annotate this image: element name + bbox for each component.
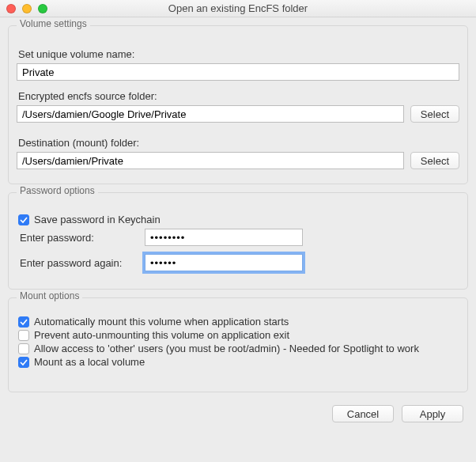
source-select-button[interactable]: Select: [410, 105, 459, 123]
mount-options-label: Mount options: [17, 290, 82, 301]
enter-password-label: Enter password:: [20, 232, 138, 244]
dest-select-button[interactable]: Select: [410, 152, 459, 169]
check-icon: [20, 358, 28, 366]
cancel-button[interactable]: Cancel: [332, 405, 394, 422]
check-icon: [20, 318, 28, 326]
minimize-icon[interactable]: [22, 4, 32, 13]
dest-folder-input[interactable]: [17, 152, 404, 169]
local-volume-label: Mount as a local volume: [34, 356, 145, 368]
source-folder-input[interactable]: [17, 105, 404, 123]
enter-password-again-label: Enter password again:: [20, 257, 138, 269]
allow-other-checkbox[interactable]: [18, 343, 29, 354]
auto-mount-label: Automatically mount this volume when app…: [34, 316, 289, 328]
prevent-unmount-checkbox[interactable]: [18, 330, 29, 341]
dest-folder-label: Destination (mount) folder:: [18, 137, 459, 149]
source-folder-label: Encrypted encfs source folder:: [18, 90, 459, 102]
window-title: Open an existing EncFS folder: [0, 2, 476, 14]
dialog-footer: Cancel Apply: [0, 392, 476, 422]
volume-settings-group: Volume settings Set unique volume name: …: [8, 25, 468, 184]
prevent-unmount-label: Prevent auto-unmounting this volume on a…: [34, 329, 289, 341]
titlebar: Open an existing EncFS folder: [0, 0, 476, 17]
save-keychain-label: Save password in Keychain: [34, 214, 161, 225]
check-icon: [20, 216, 28, 224]
enter-password-input[interactable]: [145, 229, 303, 246]
volume-settings-label: Volume settings: [17, 18, 90, 29]
zoom-icon[interactable]: [38, 4, 47, 13]
local-volume-checkbox[interactable]: [18, 357, 29, 368]
password-options-group: Password options Save password in Keycha…: [8, 192, 468, 290]
close-icon[interactable]: [6, 4, 16, 13]
traffic-lights: [0, 4, 47, 13]
save-keychain-checkbox[interactable]: [18, 214, 29, 225]
volume-name-label: Set unique volume name:: [18, 48, 459, 60]
enter-password-again-input[interactable]: [145, 254, 303, 271]
volume-name-input[interactable]: [17, 63, 459, 81]
password-options-label: Password options: [17, 185, 98, 196]
auto-mount-checkbox[interactable]: [18, 316, 29, 328]
mount-options-group: Mount options Automatically mount this v…: [8, 297, 468, 392]
apply-button[interactable]: Apply: [402, 405, 463, 422]
allow-other-label: Allow access to 'other' users (you must …: [34, 343, 419, 354]
